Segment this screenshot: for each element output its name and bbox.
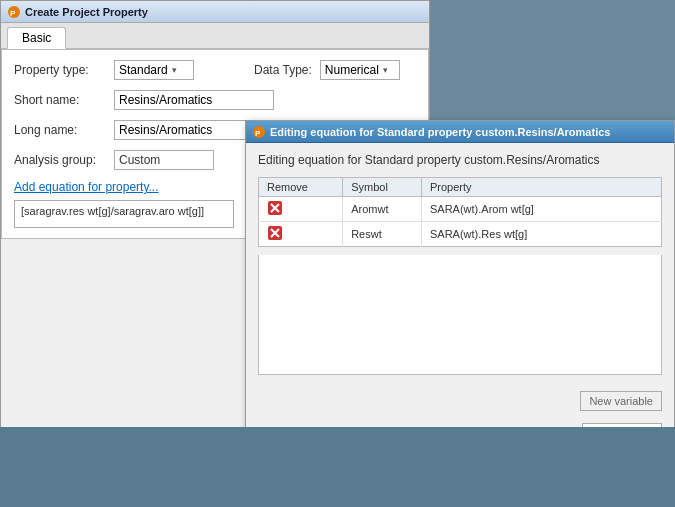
symbol-cell: Aromwt [343,197,422,222]
short-name-label: Short name: [14,93,114,107]
data-type-arrow: ▾ [383,65,388,75]
dialog-app-icon: P [252,125,266,139]
data-type-label: Data Type: [254,63,312,77]
analysis-group-label: Analysis group: [14,153,114,167]
analysis-group-input[interactable] [114,150,214,170]
dialog-heading: Editing equation for Standard property c… [258,153,662,167]
col-remove: Remove [259,178,343,197]
svg-text:P: P [255,129,261,138]
bottom-background [0,427,675,507]
remove-cell [259,222,343,247]
data-type-value: Numerical [325,63,379,77]
data-type-section: Data Type: Numerical ▾ [254,60,400,80]
tab-bar: Basic [1,23,429,49]
property-type-value: Standard [119,63,168,77]
svg-text:P: P [10,9,16,18]
short-name-row: Short name: [14,90,416,110]
property-type-label: Property type: [14,63,114,77]
remove-button-1[interactable] [267,225,283,241]
property-type-row: Property type: Standard ▾ Data Type: Num… [14,60,416,80]
col-property: Property [422,178,662,197]
equation-display: [saragrav.res wt[g]/saragrav.aro wt[g]] [14,200,234,228]
dialog-titlebar: P Editing equation for Standard property… [246,121,674,143]
dialog-body: Editing equation for Standard property c… [246,143,674,385]
tab-basic[interactable]: Basic [7,27,66,49]
property-type-dropdown[interactable]: Standard ▾ [114,60,194,80]
variables-table: Remove Symbol Property Aromwt SARA(wt).A… [258,177,662,247]
data-type-dropdown[interactable]: Numerical ▾ [320,60,400,80]
short-name-input[interactable] [114,90,274,110]
remove-button-0[interactable] [267,200,283,216]
new-variable-button[interactable]: New variable [580,391,662,411]
property-cell: SARA(wt).Res wt[g] [422,222,662,247]
table-row: Aromwt SARA(wt).Arom wt[g] [259,197,662,222]
long-name-label: Long name: [14,123,114,137]
app-icon: P [7,5,21,19]
dialog-bottom: New variable [246,385,674,417]
dialog-window: P Editing equation for Standard property… [245,120,675,454]
col-symbol: Symbol [343,178,422,197]
main-window-title: Create Project Property [25,6,148,18]
remove-cell [259,197,343,222]
dialog-title: Editing equation for Standard property c… [270,126,610,138]
property-cell: SARA(wt).Arom wt[g] [422,197,662,222]
main-titlebar: P Create Project Property [1,1,429,23]
symbol-cell: Reswt [343,222,422,247]
table-empty-area [258,255,662,375]
property-type-arrow: ▾ [172,65,177,75]
table-row: Reswt SARA(wt).Res wt[g] [259,222,662,247]
